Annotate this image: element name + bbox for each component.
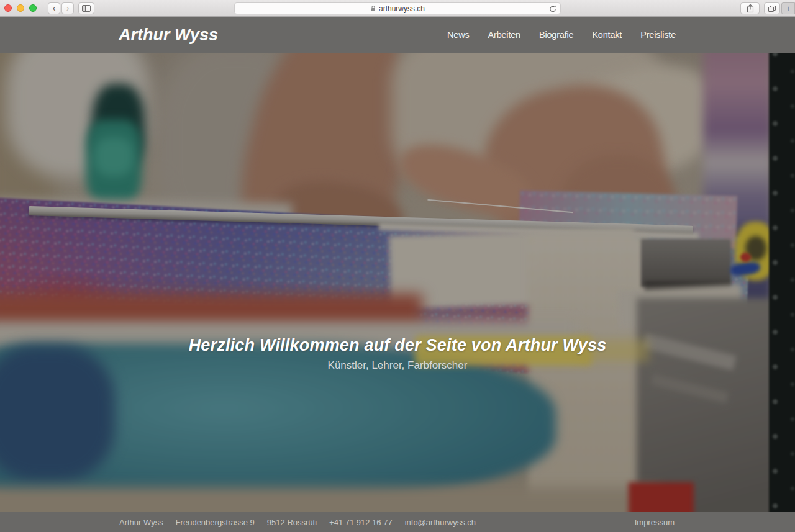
- safari-window: ‹ › arthurwyss.ch + Arthur Wyss: [0, 0, 795, 532]
- nav-item-kontakt[interactable]: Kontakt: [592, 30, 622, 40]
- sidebar-icon: [82, 5, 91, 12]
- site-footer: Arthur Wyss Freudenbergstrasse 9 9512 Ro…: [0, 512, 795, 532]
- back-button[interactable]: ‹: [48, 2, 60, 14]
- tabs-icon: [768, 6, 776, 12]
- footer-impressum-link[interactable]: Impressum: [635, 518, 675, 527]
- footer-street: Freudenbergstrasse 9: [176, 518, 255, 527]
- hero-dark-overlay: [0, 53, 795, 512]
- nav-item-preisliste[interactable]: Preisliste: [640, 30, 676, 40]
- footer-name: Arthur Wyss: [119, 518, 163, 527]
- share-button[interactable]: [740, 2, 760, 14]
- close-window-button[interactable]: [4, 4, 12, 12]
- hero-text-block: Herzlich Willkommen auf der Seite von Ar…: [0, 336, 795, 372]
- history-nav: ‹ ›: [48, 2, 74, 14]
- nav-item-arbeiten[interactable]: Arbeiten: [488, 30, 520, 40]
- footer-email[interactable]: info@arthurwyss.ch: [405, 518, 476, 527]
- site-logo[interactable]: Arthur Wyss: [119, 25, 218, 45]
- minimize-window-button[interactable]: [17, 4, 24, 12]
- hero-title: Herzlich Willkommen auf der Seite von Ar…: [0, 336, 795, 355]
- site-header: Arthur Wyss News Arbeiten Biografie Kont…: [0, 17, 795, 53]
- new-tab-button[interactable]: +: [781, 2, 795, 14]
- toolbar-right: +: [740, 2, 795, 14]
- nav-item-news[interactable]: News: [447, 30, 469, 40]
- footer-city: 9512 Rossrüti: [267, 518, 317, 527]
- url-text: arthurwyss.ch: [379, 4, 425, 13]
- share-icon: [747, 4, 754, 13]
- browser-toolbar: ‹ › arthurwyss.ch +: [0, 0, 795, 17]
- show-tabs-button[interactable]: [764, 2, 780, 14]
- forward-button[interactable]: ›: [61, 2, 74, 14]
- reload-icon[interactable]: [549, 5, 556, 13]
- address-bar[interactable]: arthurwyss.ch: [234, 2, 561, 14]
- lock-icon: [370, 5, 376, 12]
- hero-subtitle: Künstler, Lehrer, Farbforscher: [0, 359, 795, 372]
- footer-phone: +41 71 912 16 77: [329, 518, 393, 527]
- hero-section: Herzlich Willkommen auf der Seite von Ar…: [0, 53, 795, 512]
- window-controls: [0, 4, 42, 12]
- main-nav: News Arbeiten Biografie Kontakt Preislis…: [447, 30, 676, 40]
- nav-item-biografie[interactable]: Biografie: [539, 30, 573, 40]
- fullscreen-window-button[interactable]: [29, 4, 37, 12]
- sidebar-toggle-button[interactable]: [78, 2, 94, 14]
